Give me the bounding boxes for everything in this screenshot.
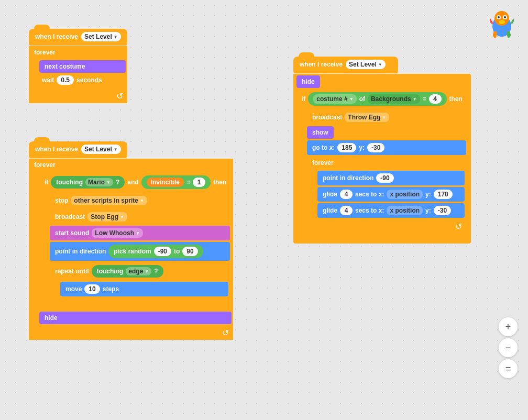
glide1-y[interactable]: 170 — [434, 190, 453, 199]
broadcast-stop-egg[interactable]: broadcast Stop Egg ▼ — [50, 209, 230, 224]
direction-value-3[interactable]: -90 — [376, 173, 393, 183]
goto-xy-block[interactable]: go to x: 185 y: -30 — [307, 140, 466, 155]
wait-value[interactable]: 0.5 — [57, 75, 74, 85]
svg-point-5 — [504, 16, 506, 18]
svg-point-4 — [498, 16, 500, 18]
forever-label-3: forever — [307, 157, 466, 169]
costume-dropdown[interactable]: costume # ▼ — [313, 94, 356, 104]
move-steps-block[interactable]: move 10 steps — [60, 282, 228, 296]
backgrounds-dropdown[interactable]: Backgrounds ▼ — [368, 94, 420, 104]
stop-label: stop — [55, 197, 68, 204]
zoom-controls: + − = — [499, 317, 518, 378]
if-label: if — [45, 179, 48, 186]
invincible-var: Invincible — [147, 178, 184, 187]
zoom-out-button[interactable]: − — [499, 338, 518, 357]
xpos-dropdown-1[interactable]: x position — [387, 190, 423, 199]
hide-block-script2[interactable]: hide — [39, 312, 232, 324]
sound-dropdown[interactable]: Low Whoosh ▼ — [92, 228, 143, 238]
wait-block[interactable]: wait 0.5 seconds — [39, 73, 126, 87]
show-block[interactable]: show — [307, 126, 334, 139]
set-level-dropdown-1[interactable]: Set Level ▼ — [81, 32, 121, 41]
stop-egg-dropdown[interactable]: Stop Egg ▼ — [87, 212, 127, 222]
glide2-y[interactable]: -30 — [434, 206, 451, 215]
if-label-3: if — [302, 95, 305, 103]
pick-random-block[interactable]: pick random -90 to 90 — [108, 245, 203, 258]
if-block-script3: if costume # ▼ of Backgrounds ▼ = 4 — [296, 90, 468, 240]
svg-point-6 — [499, 20, 505, 24]
condition-touching-mario[interactable]: touching Mario ▼ ? — [51, 176, 125, 189]
costume-value[interactable]: 4 — [429, 94, 442, 104]
when-receive-label-2: when I receive — [35, 146, 78, 153]
seconds-label: seconds — [76, 76, 102, 84]
glide1-secs[interactable]: 4 — [340, 190, 353, 199]
repeat-label: repeat until — [55, 268, 89, 275]
goto-y-value[interactable]: -30 — [367, 143, 384, 152]
goto-x-value[interactable]: 185 — [337, 143, 356, 152]
edge-dropdown[interactable]: edge ▼ — [126, 267, 151, 275]
invincible-value[interactable]: 1 — [193, 178, 205, 187]
stop-dropdown[interactable]: other scripts in sprite ▼ — [71, 196, 147, 205]
when-receive-label-1: when I receive — [35, 33, 78, 40]
point-direction-block-3[interactable]: point in direction -90 — [317, 171, 465, 185]
hide-block-script3[interactable]: hide — [296, 75, 320, 88]
set-level-dropdown-2[interactable]: Set Level ▼ — [81, 145, 121, 154]
loop-icon-1: ↺ — [116, 91, 123, 101]
random-from[interactable]: -90 — [154, 247, 171, 256]
forever-label-2: forever — [29, 159, 233, 171]
loop-icon-3: ↺ — [455, 222, 462, 231]
forever-label-1: forever — [29, 46, 127, 59]
glide2-secs[interactable]: 4 — [340, 206, 353, 215]
wait-label: wait — [42, 76, 54, 84]
invincible-condition[interactable]: Invincible = 1 — [141, 175, 211, 189]
broadcast-throw-egg[interactable]: broadcast Throw Egg ▼ — [307, 110, 466, 125]
throw-egg-dropdown[interactable]: Throw Egg ▼ — [345, 113, 389, 122]
then-label-3: then — [449, 95, 463, 103]
hat-block-3[interactable]: when I receive Set Level ▼ — [293, 57, 398, 73]
move-steps-value[interactable]: 10 — [84, 284, 100, 294]
hat-block-2[interactable]: when I receive Set Level ▼ — [29, 141, 127, 158]
glide1-block[interactable]: glide 4 secs to x: x position y: 170 — [317, 187, 465, 202]
hat-block-1[interactable]: when I receive Set Level ▼ — [29, 29, 127, 46]
scratch-canvas: when I receive Set Level ▼ forever next … — [0, 0, 528, 420]
random-to[interactable]: 90 — [182, 247, 197, 256]
start-sound-block[interactable]: start sound Low Whoosh ▼ — [50, 226, 230, 240]
point-direction-block[interactable]: point in direction pick random -90 to 90 — [50, 242, 230, 261]
script-2: when I receive Set Level ▼ forever if to… — [29, 141, 233, 340]
stop-block[interactable]: stop other scripts in sprite ▼ — [50, 193, 230, 208]
and-label: and — [127, 179, 138, 186]
xpos-dropdown-2[interactable]: x position — [387, 206, 423, 215]
glide2-block[interactable]: glide 4 secs to x: x position y: -30 — [317, 203, 465, 218]
if-block: if touching Mario ▼ ? and Invinc — [39, 173, 232, 310]
then-label: then — [213, 179, 226, 186]
zoom-in-button[interactable]: + — [499, 317, 518, 336]
loop-icon-2: ↺ — [222, 328, 229, 338]
set-level-dropdown-3[interactable]: Set Level ▼ — [346, 60, 386, 69]
next-costume-block[interactable]: next costume — [39, 60, 126, 73]
when-receive-label-3: when I receive — [300, 61, 343, 68]
script-3: when I receive Set Level ▼ hide if costu… — [293, 57, 471, 244]
parrot-mascot — [486, 8, 518, 39]
zoom-reset-button[interactable]: = — [499, 359, 518, 378]
costume-equals-block[interactable]: costume # ▼ of Backgrounds ▼ = 4 — [308, 92, 446, 106]
repeat-until-block: repeat until touching edge ▼ ? — [50, 262, 230, 303]
mario-dropdown[interactable]: Mario ▼ — [85, 178, 113, 186]
touching-edge-condition[interactable]: touching edge ▼ ? — [92, 265, 163, 278]
script-1: when I receive Set Level ▼ forever next … — [29, 29, 127, 103]
